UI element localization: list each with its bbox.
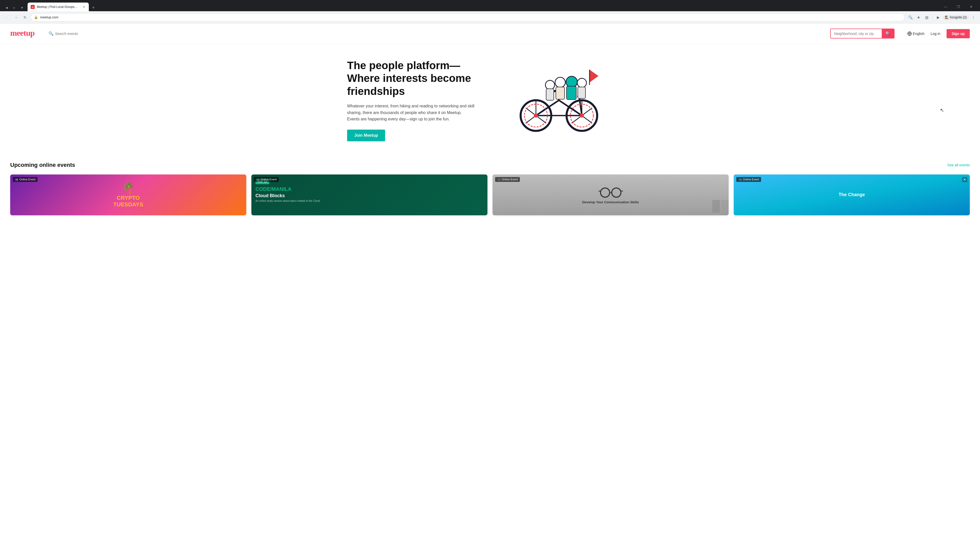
event-card[interactable]: 🌴 CRYPTOTUESDAYS 📹 Online Event xyxy=(10,175,246,215)
search-icon: 🔍 xyxy=(48,31,54,36)
card4-background: ✕ The Change xyxy=(734,175,970,215)
badge-label: Online Event xyxy=(261,178,277,181)
svg-rect-27 xyxy=(566,86,576,100)
forward-button[interactable]: → xyxy=(12,14,19,21)
close-button[interactable]: ✕ xyxy=(965,3,977,11)
svg-rect-25 xyxy=(546,89,554,100)
card2-subtitle: CODE/manila xyxy=(256,186,291,192)
event-card[interactable]: Mar 12 CODE/manila Cloud Blocks An onlin… xyxy=(251,175,487,215)
online-event-badge: 📹 Online Event xyxy=(254,177,279,182)
hero-description: Whatever your interest, from hiking and … xyxy=(347,103,475,122)
site-header: meetup 🔍 Search events 🔍 English Log in xyxy=(0,24,980,44)
address-bar[interactable]: 🔒 meetup.com xyxy=(30,13,905,21)
search-bar[interactable]: 🔍 Search events xyxy=(48,31,78,36)
incognito-label: Incognito (2) xyxy=(950,16,967,19)
minimize-button[interactable]: — xyxy=(940,3,951,11)
card2-description: An online study session about topics rel… xyxy=(256,200,320,202)
badge-label: Online Event xyxy=(743,178,759,181)
tab-bar: ◄ ► ▾ m Meetup | Find Local Groups, Ev..… xyxy=(3,2,97,11)
svg-marker-23 xyxy=(590,70,598,83)
reload-button[interactable]: ↻ xyxy=(21,14,29,21)
incognito-icon: 🕵 xyxy=(945,16,948,19)
svg-text:meetup: meetup xyxy=(10,28,35,38)
new-tab-button[interactable]: + xyxy=(90,4,97,11)
site-wrapper: meetup 🔍 Search events 🔍 English Log in xyxy=(0,24,980,221)
badge-label: Online Event xyxy=(19,178,35,181)
section-title: Upcoming online events xyxy=(10,162,75,168)
bike-illustration xyxy=(511,65,608,136)
card4-title: The Change xyxy=(836,189,867,200)
video-icon: 📹 xyxy=(738,178,742,181)
location-search-button[interactable]: 🔍 xyxy=(882,29,894,38)
events-grid: 🌴 CRYPTOTUESDAYS 📹 Online Event Mar 12 xyxy=(10,175,970,215)
card2-background: Mar 12 CODE/manila Cloud Blocks An onlin… xyxy=(251,175,487,215)
location-search-container: 🔍 xyxy=(830,29,894,38)
event-card[interactable]: Develop Your Communication Skills 📹 Onli… xyxy=(493,175,729,215)
card1-title: CRYPTOTUESDAYS xyxy=(113,195,143,208)
logo-svg: meetup xyxy=(10,27,41,38)
svg-point-31 xyxy=(600,188,610,197)
svg-point-32 xyxy=(612,188,621,197)
header-right: English Log in Sign up xyxy=(907,29,970,38)
card1-background: 🌴 CRYPTOTUESDAYS xyxy=(10,175,246,215)
card2-title: Cloud Blocks xyxy=(256,193,285,198)
online-event-badge: 📹 Online Event xyxy=(13,177,38,182)
search-browser-button[interactable]: 🔍 xyxy=(907,14,914,21)
event-card-image: Mar 12 CODE/manila Cloud Blocks An onlin… xyxy=(251,175,487,215)
see-all-events-link[interactable]: See all events xyxy=(947,163,970,167)
upcoming-section: Upcoming online events See all events 🌴 … xyxy=(0,151,980,221)
location-input[interactable] xyxy=(831,30,882,38)
back-button[interactable]: ← xyxy=(3,14,10,21)
join-meetup-button[interactable]: Join Meetup xyxy=(347,130,385,141)
svg-point-21 xyxy=(566,76,577,87)
meetup-logo[interactable]: meetup xyxy=(10,27,41,40)
extension-button[interactable]: ▧ xyxy=(923,14,930,21)
hero-right xyxy=(485,65,633,136)
signup-button[interactable]: Sign up xyxy=(947,29,970,38)
language-selector[interactable]: English xyxy=(907,32,924,36)
browser-chrome: ◄ ► ▾ m Meetup | Find Local Groups, Ev..… xyxy=(0,0,980,24)
tab-favicon: m xyxy=(30,5,35,9)
event-card-image: ✕ The Change 📹 Online Event xyxy=(734,175,970,215)
section-header: Upcoming online events See all events xyxy=(10,162,970,168)
browser-tab-active[interactable]: m Meetup | Find Local Groups, Ev... ✕ xyxy=(27,3,89,11)
svg-point-18 xyxy=(580,114,584,118)
browser-toolbar: ← → ↻ 🔒 meetup.com 🔍 ★ ▧ ▶ 🕵 Incognito (… xyxy=(0,11,980,24)
svg-point-17 xyxy=(534,114,538,118)
tab-close-button[interactable]: ✕ xyxy=(82,5,86,9)
browser-titlebar: ◄ ► ▾ m Meetup | Find Local Groups, Ev..… xyxy=(0,0,980,11)
hero-title: The people platform—Where interests beco… xyxy=(347,59,475,98)
bookmark-button[interactable]: ★ xyxy=(915,14,922,21)
svg-point-19 xyxy=(546,80,555,89)
video-icon: 📹 xyxy=(15,178,18,181)
svg-point-22 xyxy=(577,78,587,87)
event-card[interactable]: ✕ The Change 📹 Online Event xyxy=(734,175,970,215)
card3-image-area: Develop Your Communication Skills xyxy=(493,175,729,215)
video-icon: 📹 xyxy=(497,178,501,181)
search-placeholder-text: Search events xyxy=(55,32,78,36)
svg-rect-26 xyxy=(556,87,565,99)
language-label: English xyxy=(913,32,924,36)
tab-back-btn[interactable]: ◄ xyxy=(3,4,10,11)
search-button-icon: 🔍 xyxy=(885,31,891,36)
svg-line-10 xyxy=(536,100,559,116)
window-controls: — ❐ ✕ xyxy=(940,3,977,11)
online-event-badge: 📹 Online Event xyxy=(736,177,761,182)
tab-forward-btn[interactable]: ► xyxy=(11,4,18,11)
tab-dropdown-btn[interactable]: ▾ xyxy=(18,4,25,11)
hero-left: The people platform—Where interests beco… xyxy=(347,59,475,141)
toolbar-icons: 🔍 ★ ▧ ▶ 🕵 Incognito (2) ⋮ xyxy=(907,14,977,21)
restore-button[interactable]: ❐ xyxy=(953,3,964,11)
login-button[interactable]: Log in xyxy=(929,30,942,38)
card3-title: Develop Your Communication Skills xyxy=(579,200,641,204)
online-event-badge: 📹 Online Event xyxy=(495,177,520,182)
badge-label: Online Event xyxy=(502,178,518,181)
incognito-badge[interactable]: 🕵 Incognito (2) xyxy=(943,15,969,20)
url-text: meetup.com xyxy=(40,15,901,19)
sidebar-button[interactable]: ▶ xyxy=(935,14,942,21)
glasses-icon xyxy=(598,186,624,198)
hero-section: The people platform—Where interests beco… xyxy=(337,44,643,151)
more-options-button[interactable]: ⋮ xyxy=(970,14,977,21)
globe-icon xyxy=(907,32,912,36)
video-icon: 📹 xyxy=(256,178,259,181)
